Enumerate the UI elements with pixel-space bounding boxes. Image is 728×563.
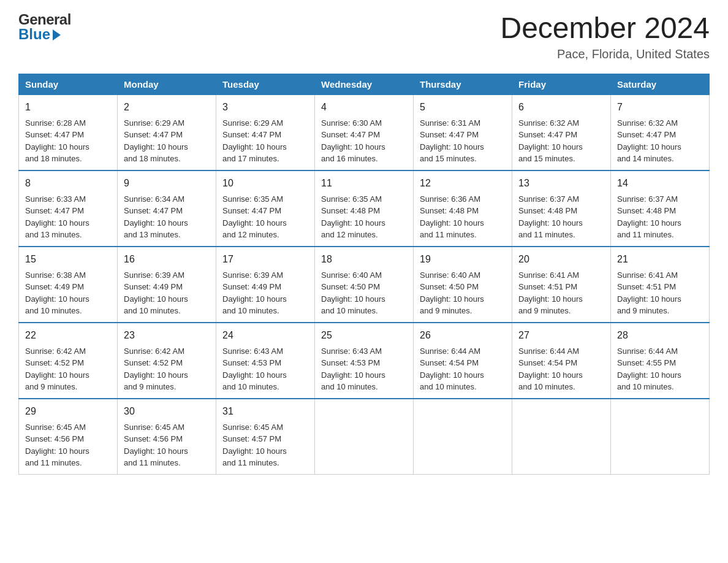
day-info: Sunrise: 6:34 AMSunset: 4:47 PMDaylight:… [124,193,210,241]
calendar-day-cell: 28Sunrise: 6:44 AMSunset: 4:55 PMDayligh… [611,323,710,399]
day-info: Sunrise: 6:38 AMSunset: 4:49 PMDaylight:… [25,269,111,317]
day-info: Sunrise: 6:39 AMSunset: 4:49 PMDaylight:… [124,269,210,317]
calendar-table: Sunday Monday Tuesday Wednesday Thursday… [18,74,710,475]
day-number: 30 [124,404,210,419]
day-info: Sunrise: 6:29 AMSunset: 4:47 PMDaylight:… [124,117,210,165]
calendar-day-cell: 27Sunrise: 6:44 AMSunset: 4:54 PMDayligh… [512,323,611,399]
day-info: Sunrise: 6:30 AMSunset: 4:47 PMDaylight:… [321,117,407,165]
day-info: Sunrise: 6:44 AMSunset: 4:54 PMDaylight:… [518,345,604,393]
calendar-day-cell: 10Sunrise: 6:35 AMSunset: 4:47 PMDayligh… [216,170,315,247]
day-number: 16 [124,252,210,267]
calendar-day-cell: 8Sunrise: 6:33 AMSunset: 4:47 PMDaylight… [19,170,118,247]
calendar-day-cell: 19Sunrise: 6:40 AMSunset: 4:50 PMDayligh… [414,247,512,323]
calendar-day-cell: 6Sunrise: 6:32 AMSunset: 4:47 PMDaylight… [512,94,611,170]
calendar-day-cell [315,399,414,475]
day-info: Sunrise: 6:44 AMSunset: 4:54 PMDaylight:… [420,345,506,393]
day-number: 27 [518,328,604,343]
day-number: 6 [518,100,604,115]
calendar-day-cell: 21Sunrise: 6:41 AMSunset: 4:51 PMDayligh… [611,247,710,323]
day-info: Sunrise: 6:32 AMSunset: 4:47 PMDaylight:… [617,117,703,165]
day-number: 25 [321,328,407,343]
calendar-day-cell: 30Sunrise: 6:45 AMSunset: 4:56 PMDayligh… [118,399,216,475]
calendar-day-cell: 13Sunrise: 6:37 AMSunset: 4:48 PMDayligh… [512,170,611,247]
day-number: 14 [617,176,703,191]
calendar-day-cell: 7Sunrise: 6:32 AMSunset: 4:47 PMDaylight… [611,94,710,170]
day-number: 21 [617,252,703,267]
logo-blue: Blue [18,27,50,42]
day-number: 2 [124,100,210,115]
day-number: 23 [124,328,210,343]
day-info: Sunrise: 6:45 AMSunset: 4:56 PMDaylight:… [124,421,210,469]
day-number: 11 [321,176,407,191]
day-info: Sunrise: 6:43 AMSunset: 4:53 PMDaylight:… [222,345,308,393]
col-tuesday: Tuesday [216,74,315,94]
header-row: Sunday Monday Tuesday Wednesday Thursday… [19,74,710,94]
day-number: 20 [518,252,604,267]
day-info: Sunrise: 6:40 AMSunset: 4:50 PMDaylight:… [420,269,506,317]
calendar-body: 1Sunrise: 6:28 AMSunset: 4:47 PMDaylight… [19,94,710,474]
calendar-day-cell: 14Sunrise: 6:37 AMSunset: 4:48 PMDayligh… [611,170,710,247]
calendar-day-cell: 4Sunrise: 6:30 AMSunset: 4:47 PMDaylight… [315,94,414,170]
calendar-day-cell: 26Sunrise: 6:44 AMSunset: 4:54 PMDayligh… [414,323,512,399]
calendar-day-cell [512,399,611,475]
day-number: 10 [222,176,308,191]
day-info: Sunrise: 6:42 AMSunset: 4:52 PMDaylight:… [25,345,111,393]
month-title: December 2024 [500,12,710,45]
day-info: Sunrise: 6:42 AMSunset: 4:52 PMDaylight:… [124,345,210,393]
day-number: 5 [420,100,506,115]
calendar-day-cell: 18Sunrise: 6:40 AMSunset: 4:50 PMDayligh… [315,247,414,323]
day-number: 1 [25,100,111,115]
logo-arrow-icon [53,29,61,40]
calendar-day-cell: 9Sunrise: 6:34 AMSunset: 4:47 PMDaylight… [118,170,216,247]
day-info: Sunrise: 6:29 AMSunset: 4:47 PMDaylight:… [222,117,308,165]
location-title: Pace, Florida, United States [500,47,710,61]
day-info: Sunrise: 6:35 AMSunset: 4:47 PMDaylight:… [222,193,308,241]
page-header: General Blue December 2024 Pace, Florida… [18,12,710,61]
calendar-day-cell: 31Sunrise: 6:45 AMSunset: 4:57 PMDayligh… [216,399,315,475]
col-thursday: Thursday [414,74,512,94]
day-number: 28 [617,328,703,343]
col-sunday: Sunday [19,74,118,94]
logo-general: General [18,12,71,27]
calendar-day-cell: 23Sunrise: 6:42 AMSunset: 4:52 PMDayligh… [118,323,216,399]
day-number: 7 [617,100,703,115]
day-info: Sunrise: 6:35 AMSunset: 4:48 PMDaylight:… [321,193,407,241]
day-number: 8 [25,176,111,191]
day-info: Sunrise: 6:39 AMSunset: 4:49 PMDaylight:… [222,269,308,317]
day-number: 3 [222,100,308,115]
calendar-day-cell: 12Sunrise: 6:36 AMSunset: 4:48 PMDayligh… [414,170,512,247]
calendar-day-cell: 3Sunrise: 6:29 AMSunset: 4:47 PMDaylight… [216,94,315,170]
title-block: December 2024 Pace, Florida, United Stat… [500,12,710,61]
calendar-week-row: 15Sunrise: 6:38 AMSunset: 4:49 PMDayligh… [19,247,710,323]
day-info: Sunrise: 6:32 AMSunset: 4:47 PMDaylight:… [518,117,604,165]
day-info: Sunrise: 6:31 AMSunset: 4:47 PMDaylight:… [420,117,506,165]
day-number: 12 [420,176,506,191]
calendar-week-row: 8Sunrise: 6:33 AMSunset: 4:47 PMDaylight… [19,170,710,247]
day-info: Sunrise: 6:36 AMSunset: 4:48 PMDaylight:… [420,193,506,241]
day-number: 31 [222,404,308,419]
calendar-week-row: 29Sunrise: 6:45 AMSunset: 4:56 PMDayligh… [19,399,710,475]
day-info: Sunrise: 6:37 AMSunset: 4:48 PMDaylight:… [617,193,703,241]
day-number: 19 [420,252,506,267]
day-number: 17 [222,252,308,267]
col-monday: Monday [118,74,216,94]
col-friday: Friday [512,74,611,94]
day-info: Sunrise: 6:45 AMSunset: 4:56 PMDaylight:… [25,421,111,469]
day-info: Sunrise: 6:33 AMSunset: 4:47 PMDaylight:… [25,193,111,241]
calendar-day-cell: 5Sunrise: 6:31 AMSunset: 4:47 PMDaylight… [414,94,512,170]
day-info: Sunrise: 6:37 AMSunset: 4:48 PMDaylight:… [518,193,604,241]
calendar-day-cell: 2Sunrise: 6:29 AMSunset: 4:47 PMDaylight… [118,94,216,170]
calendar-header: Sunday Monday Tuesday Wednesday Thursday… [19,74,710,94]
calendar-day-cell: 20Sunrise: 6:41 AMSunset: 4:51 PMDayligh… [512,247,611,323]
day-info: Sunrise: 6:43 AMSunset: 4:53 PMDaylight:… [321,345,407,393]
calendar-day-cell [611,399,710,475]
day-number: 22 [25,328,111,343]
day-number: 26 [420,328,506,343]
calendar-day-cell: 11Sunrise: 6:35 AMSunset: 4:48 PMDayligh… [315,170,414,247]
col-wednesday: Wednesday [315,74,414,94]
calendar-day-cell: 25Sunrise: 6:43 AMSunset: 4:53 PMDayligh… [315,323,414,399]
day-number: 4 [321,100,407,115]
day-info: Sunrise: 6:28 AMSunset: 4:47 PMDaylight:… [25,117,111,165]
calendar-week-row: 22Sunrise: 6:42 AMSunset: 4:52 PMDayligh… [19,323,710,399]
calendar-day-cell: 24Sunrise: 6:43 AMSunset: 4:53 PMDayligh… [216,323,315,399]
